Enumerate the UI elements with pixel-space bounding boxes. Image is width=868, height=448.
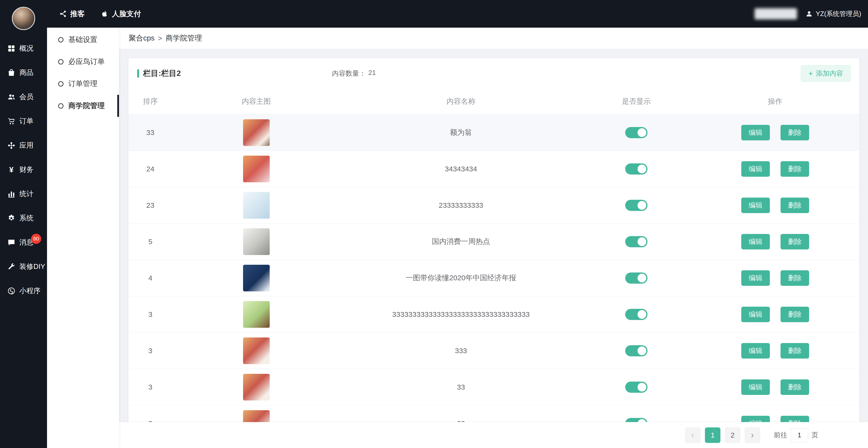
table-row: 33 额为翁 编辑 删除 <box>128 114 859 151</box>
chevron-left-icon: ‹ <box>691 430 694 440</box>
visibility-toggle[interactable] <box>625 163 648 175</box>
toggle-knob <box>638 128 646 137</box>
delete-button[interactable]: 删除 <box>780 307 809 322</box>
sidebar-item-label: 会员 <box>20 92 33 102</box>
visibility-toggle[interactable] <box>625 272 648 283</box>
sidebar-item-miniapp[interactable]: 小程序 <box>0 279 47 303</box>
sidebar-item-goods[interactable]: 商品 <box>0 61 47 85</box>
row-thumbnail <box>243 265 270 291</box>
content-panel: 栏目:栏目2 内容数量： 21 + 添加内容 排序 内容主图 内容名称 是否显示… <box>128 58 859 448</box>
visibility-toggle[interactable] <box>625 345 648 356</box>
row-sort: 5 <box>128 238 172 246</box>
visibility-toggle[interactable] <box>625 200 648 211</box>
panel-title-wrap: 栏目:栏目2 <box>137 68 181 79</box>
sidebar-item-apps[interactable]: 应用 <box>0 133 47 157</box>
column-header-actions: 操作 <box>691 96 859 107</box>
sidebar-item-label: 商品 <box>20 68 33 78</box>
table-row: 3 333 编辑 删除 <box>128 333 859 369</box>
submenu-item-order-management[interactable]: 订单管理 <box>47 73 119 95</box>
circle-icon <box>58 103 63 109</box>
panel-title: 栏目:栏目2 <box>143 68 181 79</box>
goto-page-input[interactable] <box>791 428 808 442</box>
avatar[interactable] <box>12 7 35 30</box>
visibility-toggle[interactable] <box>625 382 648 393</box>
delete-button[interactable]: 删除 <box>780 379 809 395</box>
sidebar-item-orders[interactable]: 订单 <box>0 109 47 133</box>
row-name: 额为翁 <box>340 127 582 138</box>
sidebar-item-stats[interactable]: 统计 <box>0 182 47 206</box>
toggle-knob <box>638 347 646 355</box>
sidebar-item-diy[interactable]: 装修DIY <box>0 255 47 279</box>
next-page-button[interactable]: › <box>745 427 760 443</box>
secondary-sidebar: 基础设置 必应鸟订单 订单管理 商学院管理 <box>47 28 119 448</box>
toggle-knob <box>638 310 646 319</box>
table-row: 4 一图带你读懂2020年中国经济年报 编辑 删除 <box>128 260 859 296</box>
row-thumbnail <box>243 374 270 400</box>
goto-label: 前往 <box>774 430 787 440</box>
topbar-item-facepay[interactable]: 人脸支付 <box>101 9 141 19</box>
edit-button[interactable]: 编辑 <box>741 343 770 359</box>
visibility-toggle[interactable] <box>625 309 648 320</box>
row-name: 23333333333 <box>340 201 582 209</box>
edit-button[interactable]: 编辑 <box>741 161 770 177</box>
submenu-item-business-school[interactable]: 商学院管理 <box>47 95 119 117</box>
circle-icon <box>58 81 63 87</box>
visibility-toggle[interactable] <box>625 236 648 247</box>
content-count-value: 21 <box>368 69 376 78</box>
delete-button[interactable]: 删除 <box>780 125 809 140</box>
sidebar-item-label: 订单 <box>20 116 33 126</box>
row-thumbnail <box>243 119 270 146</box>
edit-button[interactable]: 编辑 <box>741 198 770 213</box>
sidebar-item-system[interactable]: 系统 <box>0 206 47 230</box>
main-content: 栏目:栏目2 内容数量： 21 + 添加内容 排序 内容主图 内容名称 是否显示… <box>119 49 868 448</box>
toggle-knob <box>638 165 646 173</box>
row-sort: 3 <box>128 347 172 355</box>
sidebar-item-label: 统计 <box>20 189 33 199</box>
visibility-toggle[interactable] <box>625 127 648 138</box>
row-sort: 23 <box>128 201 172 209</box>
sidebar-item-label: 系统 <box>20 213 33 223</box>
table-row: 3 3333333333333333333333333333333333 编辑 … <box>128 296 859 333</box>
delete-button[interactable]: 删除 <box>780 161 809 177</box>
table-row: 23 23333333333 编辑 删除 <box>128 187 859 223</box>
table-row: 5 国内消费一周热点 编辑 删除 <box>128 223 859 260</box>
submenu-item-label: 商学院管理 <box>68 101 105 111</box>
breadcrumb-item[interactable]: 聚合cps <box>129 33 155 43</box>
column-header-thumb: 内容主图 <box>172 96 340 107</box>
user-menu[interactable]: YZ(系统管理员) <box>805 9 861 18</box>
edit-button[interactable]: 编辑 <box>741 379 770 395</box>
sidebar-item-messages[interactable]: 消息 60 <box>0 230 47 255</box>
delete-button[interactable]: 删除 <box>780 270 809 286</box>
delete-button[interactable]: 删除 <box>780 234 809 249</box>
row-name: 34343434 <box>340 165 582 173</box>
chevron-right-icon: › <box>751 430 754 440</box>
submenu-item-bird-orders[interactable]: 必应鸟订单 <box>47 51 119 73</box>
sidebar-item-finance[interactable]: ¥ 财务 <box>0 157 47 182</box>
delete-button[interactable]: 删除 <box>780 343 809 359</box>
table-row: 24 34343434 编辑 删除 <box>128 151 859 187</box>
edit-button[interactable]: 编辑 <box>741 270 770 286</box>
members-icon <box>7 93 16 101</box>
breadcrumb: 聚合cps > 商学院管理 <box>119 28 868 49</box>
page-button-1[interactable]: 1 <box>705 427 720 443</box>
prev-page-button[interactable]: ‹ <box>685 427 701 443</box>
circle-icon <box>58 37 63 42</box>
edit-button[interactable]: 编辑 <box>741 307 770 322</box>
toggle-knob <box>638 237 646 246</box>
edit-button[interactable]: 编辑 <box>741 234 770 249</box>
pagination-bar: ‹ 1 2 › 前往 页 <box>119 422 868 448</box>
table-header-row: 排序 内容主图 内容名称 是否显示 操作 <box>128 89 859 114</box>
sidebar-item-overview[interactable]: 概况 <box>0 36 47 61</box>
topbar-item-tuike[interactable]: 推客 <box>59 9 85 19</box>
sidebar-item-members[interactable]: 会员 <box>0 85 47 109</box>
column-header-name: 内容名称 <box>340 96 582 107</box>
add-content-button[interactable]: + 添加内容 <box>801 65 850 82</box>
page-button-2[interactable]: 2 <box>725 427 740 443</box>
message-count-badge: 60 <box>31 234 41 244</box>
row-name: 33 <box>340 383 582 391</box>
delete-button[interactable]: 删除 <box>780 198 809 213</box>
row-name: 333 <box>340 347 582 355</box>
stats-icon <box>7 190 16 198</box>
edit-button[interactable]: 编辑 <box>741 125 770 140</box>
submenu-item-basic-settings[interactable]: 基础设置 <box>47 29 119 51</box>
